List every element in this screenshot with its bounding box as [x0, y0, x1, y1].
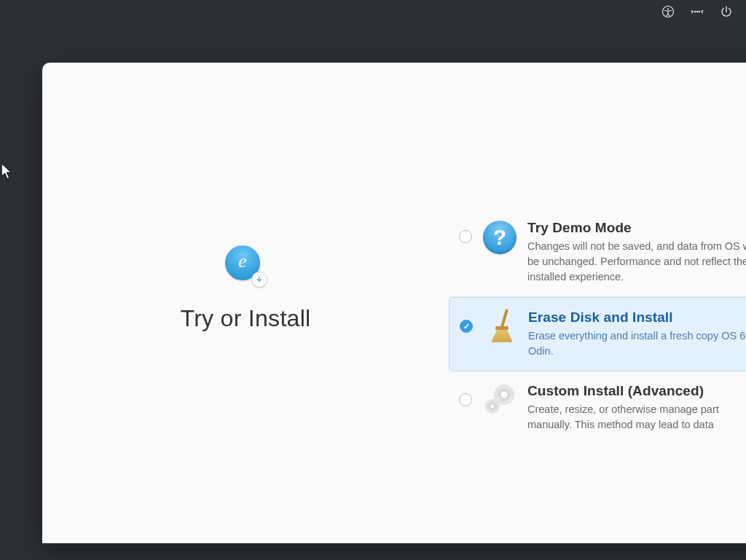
- cursor-icon: [1, 163, 14, 181]
- page-title: Try or Install: [180, 305, 310, 332]
- radio-erase-install[interactable]: [460, 320, 473, 333]
- option-description: Create, resize, or otherwise manage part…: [527, 402, 746, 433]
- option-description: Erase everything and install a fresh cop…: [528, 328, 746, 359]
- download-badge-icon: [251, 272, 267, 288]
- option-erase-install[interactable]: Erase Disk and Install Erase everything …: [449, 297, 746, 371]
- option-title: Custom Install (Advanced): [527, 383, 746, 399]
- installer-logo: e: [225, 245, 266, 286]
- question-icon: ?: [482, 220, 517, 255]
- power-icon[interactable]: [720, 5, 733, 18]
- radio-custom-install[interactable]: [459, 393, 472, 406]
- top-bar: [0, 0, 746, 23]
- option-try-demo[interactable]: ? Try Demo Mode Changes will not be save…: [449, 208, 746, 297]
- gears-icon: [482, 383, 517, 418]
- radio-try-demo[interactable]: [459, 230, 472, 243]
- accessibility-icon[interactable]: [661, 5, 675, 18]
- svg-point-1: [667, 9, 669, 10]
- installer-window: e Try or Install ? Try Demo Mode Changes…: [42, 63, 746, 543]
- svg-point-3: [696, 11, 697, 12]
- options-list: ? Try Demo Mode Changes will not be save…: [449, 63, 746, 543]
- broom-icon: [483, 309, 518, 344]
- left-pane: e Try or Install: [42, 63, 449, 543]
- option-title: Try Demo Mode: [527, 220, 746, 236]
- option-custom-install[interactable]: Custom Install (Advanced) Create, resize…: [449, 371, 746, 444]
- option-title: Erase Disk and Install: [528, 309, 746, 326]
- svg-point-4: [699, 11, 699, 12]
- svg-point-2: [694, 11, 695, 12]
- option-description: Changes will not be saved, and data from…: [527, 239, 746, 285]
- network-icon[interactable]: [691, 5, 704, 18]
